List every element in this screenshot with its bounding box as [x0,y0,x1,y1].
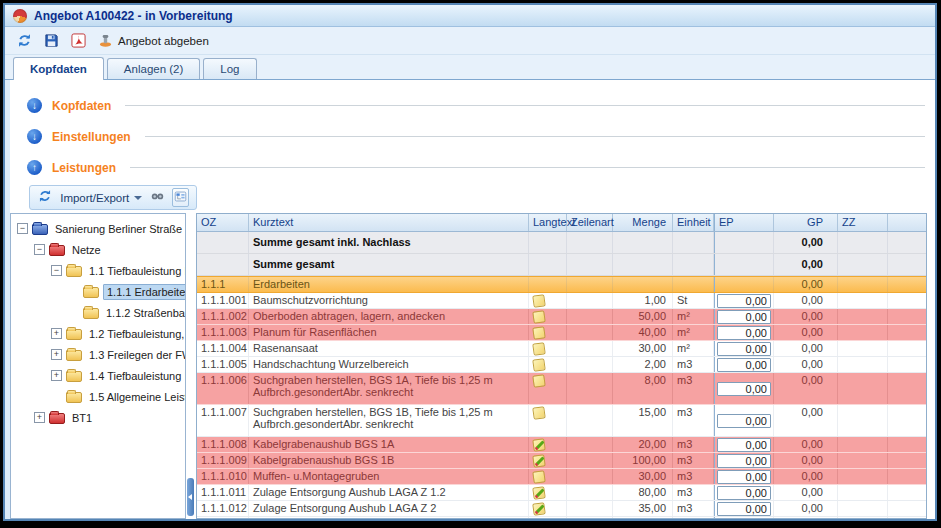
position-row[interactable]: 1.1.1.005Handschachtung Wurzelbereich2,0… [197,357,926,373]
section-leistungen[interactable]: ↑ Leistungen [27,152,935,183]
column-header-einh[interactable]: Einheit [673,214,714,231]
column-header-kurz[interactable]: Kurztext [249,214,529,231]
ep-input[interactable] [717,486,771,500]
lv-refresh-button[interactable] [37,188,53,207]
position-row[interactable]: 1.1.1.008Kabelgrabenaushub BGS 1A20,00m3… [197,437,926,453]
column-header-lang[interactable]: Langtext [529,214,567,231]
langtext-note-icon[interactable] [532,326,546,340]
splitter-collapse-handle[interactable] [187,478,194,516]
langtext-note-icon[interactable] [532,310,546,324]
ep-input[interactable] [717,294,771,308]
import-export-dropdown[interactable]: Import/Export [60,192,142,204]
position-row[interactable]: 1.1.1.002Oberboden abtragen, lagern, and… [197,309,926,325]
tab-log[interactable]: Log [203,58,256,79]
position-row[interactable]: 1.1.1.009Kabelgrabenaushub BGS 1B100,00m… [197,453,926,469]
expand-arrow-icon[interactable]: ↑ [27,160,42,175]
expand-toggle[interactable]: + [34,412,45,423]
collapse-arrow-icon[interactable]: ↓ [27,98,42,113]
ep-input[interactable] [717,310,771,324]
tree-panel-toggle-button[interactable] [172,188,189,207]
cell-ep [714,453,774,468]
ep-input[interactable] [717,454,771,468]
submit-offer-label: Angebot abgeben [118,35,209,47]
expand-toggle[interactable]: + [51,349,62,360]
position-row[interactable]: 1.1.1.003Planum für Rasenflächen40,00m²0… [197,325,926,341]
langtext-edit-note-icon[interactable] [532,502,546,516]
expand-toggle[interactable]: + [51,328,62,339]
import-export-label: Import/Export [60,192,129,204]
ep-input[interactable] [717,414,771,428]
cell-gp: 0,00 [774,373,838,404]
cell-menge: 30,00 [613,469,673,484]
column-header-oz[interactable]: OZ [197,214,249,231]
submit-offer-button[interactable]: Angebot abgeben [98,33,209,48]
langtext-note-icon[interactable] [532,406,546,420]
column-header-zz[interactable]: ZZ [838,214,888,231]
column-header-menge[interactable]: Menge [613,214,673,231]
tree-node[interactable]: 1.5 Allgemeine Leistun [11,386,185,407]
cell-zeil [567,254,613,275]
collapse-toggle[interactable]: − [17,223,28,234]
collapse-toggle[interactable]: − [51,265,62,276]
ep-input[interactable] [717,342,771,356]
lv-toolbar: Import/Export [29,185,197,210]
column-header-ep[interactable]: EP [714,214,774,231]
tree-node[interactable]: 1.1.2 Straßenbau, [11,302,185,323]
ep-input[interactable] [717,502,771,516]
ep-input[interactable] [717,470,771,484]
pdf-export-icon [71,33,86,48]
refresh-button[interactable] [17,33,32,48]
tree-node[interactable]: +BT1 [11,407,185,428]
column-header-gp[interactable]: GP [774,214,838,231]
tab-anlagen[interactable]: Anlagen (2) [107,58,200,79]
ep-input[interactable] [717,326,771,340]
expand-toggle[interactable]: + [51,370,62,381]
langtext-edit-note-icon[interactable] [532,438,546,452]
ep-input[interactable] [717,358,771,372]
cell-zeil [567,309,613,324]
column-header-fill[interactable] [888,214,926,231]
tree-node[interactable]: −1.1 Tiefbauleistung Elt, [11,260,185,281]
folder-yellow-icon [83,308,99,319]
langtext-note-icon[interactable] [532,342,546,356]
position-row[interactable]: 1.1.1.007Suchgraben herstellen, BGS 1B, … [197,405,926,437]
position-row[interactable]: 1.1.1.006Suchgraben herstellen, BGS 1A, … [197,373,926,405]
cell-zeil [567,453,613,468]
ep-input[interactable] [717,438,771,452]
position-row[interactable]: 1.1.1.001Baumschutzvorrichtung1,00St0,00 [197,293,926,309]
tree-node[interactable]: 1.1.1 Erdarbeiten [11,281,185,302]
tree-node[interactable]: +1.3 Freilegen der FW-L [11,344,185,365]
column-header-zeil[interactable]: Zeilenart [567,214,613,231]
cell-zz [838,357,888,372]
save-button[interactable] [44,33,59,48]
position-row[interactable]: 1.1.1.010Muffen- u.Montagegruben30,00m30… [197,469,926,485]
cell-lang [529,453,567,468]
langtext-edit-note-icon[interactable] [532,454,546,468]
ep-input[interactable] [717,382,771,396]
langtext-note-icon[interactable] [532,374,546,388]
tree-node[interactable]: −Netze [11,239,185,260]
position-row-partial[interactable] [197,517,926,518]
collapse-arrow-icon[interactable]: ↓ [27,129,42,144]
tree-node[interactable]: +1.4 Tiefbauleistung IT,o [11,365,185,386]
section-kopfdaten[interactable]: ↓ Kopfdaten [27,90,935,121]
section-divider [125,105,925,106]
tab-kopfdaten[interactable]: Kopfdaten [13,57,104,80]
position-row[interactable]: 1.1.1.004Rasenansaat30,00m²0,00 [197,341,926,357]
tree-node[interactable]: +1.2 Tiefbauleistung, Rü [11,323,185,344]
langtext-note-icon[interactable] [532,470,546,484]
section-einstellungen[interactable]: ↓ Einstellungen [27,121,935,152]
cell-einh: St [673,293,714,308]
langtext-edit-note-icon[interactable] [532,486,546,500]
pdf-export-button[interactable] [71,33,86,48]
project-tree-panel: −Sanierung Berliner Straße Ber−Netze−1.1… [10,213,186,519]
search-positions-button[interactable] [149,188,165,207]
langtext-note-icon[interactable] [532,358,546,372]
cell-zeil [567,405,613,436]
collapse-toggle[interactable]: − [34,244,45,255]
position-row[interactable]: 1.1.1.011Zulage Entsorgung Aushub LAGA Z… [197,485,926,501]
tree-node[interactable]: −Sanierung Berliner Straße Ber [11,218,185,239]
position-row[interactable]: 1.1.1.012Zulage Entsorgung Aushub LAGA Z… [197,501,926,517]
group-row[interactable]: 1.1.1Erdarbeiten0,00 [197,276,926,293]
langtext-note-icon[interactable] [532,294,546,308]
